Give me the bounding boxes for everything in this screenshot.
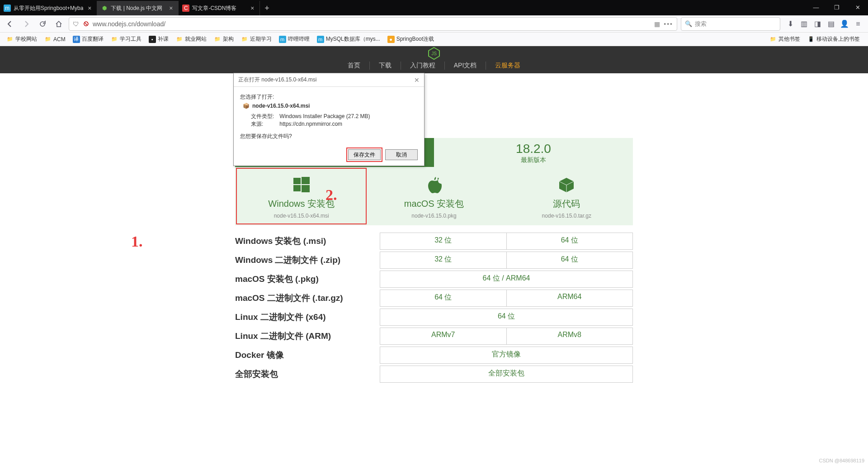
dialog-title: 正在打开 node-v16.15.0-x64.msi — [238, 76, 316, 84]
download-cell[interactable]: 32 位 — [380, 252, 507, 269]
bookmark-item[interactable]: 📱移动设备上的书签 — [805, 34, 863, 44]
tab-close-icon[interactable]: × — [86, 5, 93, 12]
site-icon: • — [149, 36, 156, 43]
downloads-button[interactable]: ⬇ — [784, 18, 797, 30]
tab-latest[interactable]: 18.2.0 最新版本 — [434, 138, 633, 167]
folder-icon: 📁 — [111, 36, 118, 43]
dialog-you-chose: 您选择了打开: — [240, 93, 418, 101]
tracking-button[interactable]: ▤ — [825, 18, 837, 30]
site-header: JS 首页下载入门教程API文档云服务器 — [0, 46, 868, 73]
maximize-button[interactable]: ❐ — [826, 0, 847, 15]
tab-close-icon[interactable]: × — [167, 5, 175, 12]
download-table: Windows 安装包 (.msi)32 位64 位Windows 二进制文件 … — [235, 233, 633, 383]
bookmark-label: 学校网站 — [15, 35, 37, 43]
forward-button[interactable] — [20, 18, 33, 30]
dialog-filetype: 文件类型: Windows Installer Package (27.2 MB… — [240, 113, 418, 120]
bookmark-item[interactable]: 📁近期学习 — [238, 34, 274, 44]
tab-1[interactable]: ⬢ 下载 | Node.js 中文网 × — [97, 1, 179, 15]
download-cell[interactable]: ARM64 — [506, 290, 633, 307]
save-file-button[interactable]: 保存文件 — [348, 149, 381, 160]
table-row: Linux 二进制文件 (ARM)ARMv7ARMv8 — [235, 328, 633, 345]
folder-icon: 📁 — [176, 36, 183, 43]
bookmark-item[interactable]: 📁ACM — [42, 34, 68, 44]
dialog-close-icon[interactable]: ✕ — [414, 76, 420, 84]
nav-item[interactable]: 入门教程 — [401, 62, 445, 70]
row-label: Linux 二进制文件 (x64) — [235, 309, 380, 326]
minimize-button[interactable]: — — [806, 0, 826, 15]
download-cell[interactable]: 64 位 — [506, 252, 633, 269]
download-cell[interactable]: 64 位 — [506, 233, 633, 250]
qr-icon[interactable]: ▦ — [654, 20, 660, 28]
tab-close-icon[interactable]: × — [249, 5, 256, 12]
window-controls: — ❐ ✕ — [806, 0, 868, 15]
mobile-icon: 📱 — [807, 36, 815, 43]
table-row: Linux 二进制文件 (x64)64 位 — [235, 309, 633, 326]
bookmark-label: 就业网站 — [185, 35, 207, 43]
row-label: macOS 安装包 (.pkg) — [235, 271, 380, 288]
bookmark-item[interactable]: 译百度翻译 — [70, 34, 106, 44]
card-label: macOS 安装包 — [368, 198, 500, 210]
tab-0[interactable]: m 从零开始用Springboot+Myba × — [0, 1, 97, 15]
download-cell[interactable]: 64 位 — [380, 290, 507, 307]
card-windows[interactable]: Windows 安装包 node-v16.15.0-x64.msi — [235, 167, 368, 225]
row-label: 全部安装包 — [235, 366, 380, 383]
download-cell[interactable]: 全部安装包 — [380, 366, 633, 383]
nav-item[interactable]: 首页 — [339, 62, 370, 70]
card-filename: node-v16.15.0-x64.msi — [235, 213, 368, 219]
reload-button[interactable] — [36, 18, 49, 30]
tab-title: 从零开始用Springboot+Myba — [14, 5, 83, 12]
back-button[interactable] — [4, 18, 16, 30]
nav-item[interactable]: API文档 — [445, 62, 486, 70]
card-macos[interactable]: macOS 安装包 node-v16.15.0.pkg — [368, 167, 500, 225]
bookmark-item[interactable]: 📁其他书签 — [767, 34, 803, 44]
favicon-icon: C — [182, 5, 189, 12]
card-source[interactable]: 源代码 node-v16.15.0.tar.gz — [500, 167, 633, 225]
home-button[interactable] — [52, 18, 65, 30]
svg-rect-2 — [293, 178, 301, 184]
bookmark-item[interactable]: 📁学习工具 — [108, 34, 144, 44]
table-row: Docker 镜像官方镜像 — [235, 347, 633, 364]
bookmark-label: 移动设备上的书签 — [816, 35, 860, 43]
bookmark-item[interactable]: m哔哩哔哩 — [276, 34, 312, 44]
cancel-button[interactable]: 取消 — [385, 149, 418, 160]
nav-item[interactable]: 下载 — [370, 62, 401, 70]
site-icon: m — [317, 36, 324, 43]
bookmark-item[interactable]: ●SpringBoot连载 — [385, 34, 437, 44]
folder-icon: 📁 — [769, 36, 777, 43]
bookmark-item[interactable]: 📁架构 — [211, 34, 236, 44]
site-nav: 首页下载入门教程API文档云服务器 — [339, 62, 530, 73]
account-button[interactable]: 👤 — [838, 18, 851, 30]
card-filename: node-v16.15.0.pkg — [368, 213, 500, 219]
tab-2[interactable]: C 写文章-CSDN博客 × — [179, 1, 260, 15]
bookmark-item[interactable]: •补课 — [146, 34, 171, 44]
bookmark-item[interactable]: 📁学校网站 — [4, 34, 40, 44]
bookmark-item[interactable]: 📁就业网站 — [173, 34, 209, 44]
card-label: 源代码 — [500, 198, 633, 210]
menu-button[interactable]: ≡ — [852, 18, 864, 30]
table-row: Windows 安装包 (.msi)32 位64 位 — [235, 233, 633, 250]
download-cell[interactable]: 官方镜像 — [380, 347, 633, 364]
url-bar[interactable]: 🛡 🛇 www.nodejs.cn/download/ ▦ ••• — [69, 17, 677, 31]
folder-icon: 📁 — [44, 36, 52, 43]
sidebar-button[interactable]: ◨ — [811, 18, 824, 30]
dialog-filename: 📦 node-v16.15.0-x64.msi — [243, 103, 418, 109]
close-button[interactable]: ✕ — [847, 0, 868, 15]
bookmark-item[interactable]: mMySQL数据库（mys... — [314, 34, 383, 44]
nav-item[interactable]: 云服务器 — [486, 62, 529, 70]
download-cell[interactable]: 32 位 — [380, 233, 507, 250]
dialog-titlebar[interactable]: 正在打开 node-v16.15.0-x64.msi ✕ — [234, 73, 424, 87]
search-bar[interactable]: 🔍 搜索 — [681, 17, 780, 31]
download-cell[interactable]: ARMv7 — [380, 328, 507, 345]
tab-strip: m 从零开始用Springboot+Myba × ⬢ 下载 | Node.js … — [0, 0, 868, 15]
download-cell[interactable]: ARMv8 — [506, 328, 633, 345]
new-tab-button[interactable]: + — [260, 1, 274, 15]
library-button[interactable]: ▥ — [797, 18, 810, 30]
download-cell[interactable]: 64 位 — [380, 309, 633, 326]
download-cell[interactable]: 64 位 / ARM64 — [380, 271, 633, 288]
page-actions-icon[interactable]: ••• — [664, 20, 673, 28]
favicon-icon: m — [4, 5, 11, 12]
browser-toolbar: 🛡 🛇 www.nodejs.cn/download/ ▦ ••• 🔍 搜索 ⬇… — [0, 15, 868, 33]
bookmark-label: MySQL数据库（mys... — [326, 35, 380, 43]
tab-title: 下载 | Node.js 中文网 — [111, 5, 165, 12]
site-icon: ● — [387, 36, 395, 43]
